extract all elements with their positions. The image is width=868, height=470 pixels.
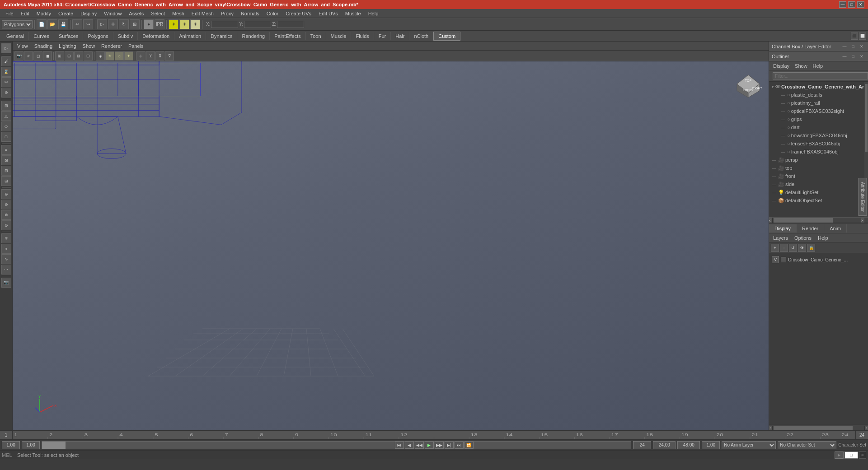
mel-close-btn[interactable]: ✕: [859, 451, 866, 459]
deform-tool-4[interactable]: ⊞: [1, 176, 11, 186]
cb-hscroll-thumb[interactable]: [774, 426, 853, 430]
goto-start-btn[interactable]: ⏮: [395, 442, 404, 449]
y-coord-input[interactable]: [244, 21, 271, 28]
vp-toggle3[interactable]: ⊠: [74, 51, 83, 60]
vp-menu-panels[interactable]: Panels: [126, 42, 146, 50]
outliner-menu-display[interactable]: Display: [771, 62, 792, 70]
scale-tool-button[interactable]: ⊞: [130, 19, 140, 29]
tab-curves[interactable]: Curves: [29, 32, 54, 40]
vp-extra-btn[interactable]: ⊽: [165, 51, 174, 60]
tab-rendering[interactable]: Rendering: [237, 32, 270, 40]
playback-out-frame[interactable]: [653, 441, 676, 449]
vp-gate-btn[interactable]: ⊼: [155, 51, 164, 60]
move-pivot-tool[interactable]: ⊞: [1, 101, 11, 111]
cb-close[interactable]: ✕: [858, 43, 865, 50]
tool-15[interactable]: ⋯: [1, 265, 11, 275]
menu-modify[interactable]: Modify: [33, 10, 55, 17]
ipr-render-button[interactable]: IPR: [155, 19, 164, 29]
light3-button[interactable]: ☀: [190, 19, 200, 29]
open-file-button[interactable]: 📂: [47, 19, 57, 29]
vp-shade-btn[interactable]: ◼: [43, 51, 52, 60]
tool-7[interactable]: □: [1, 132, 11, 142]
playback-anim-end[interactable]: [677, 441, 700, 449]
outliner-item-frame[interactable]: — ○ frameFBXASC046obj: [769, 148, 868, 156]
new-file-button[interactable]: 📄: [37, 19, 47, 29]
tool-8[interactable]: ⊕: [1, 189, 11, 199]
menu-proxy[interactable]: Proxy: [217, 10, 237, 17]
playback-end-display[interactable]: [633, 441, 651, 449]
rotate-tool-button[interactable]: ↻: [119, 19, 129, 29]
outliner-menu-show[interactable]: Show: [793, 62, 810, 70]
vp-menu-lighting[interactable]: Lighting: [56, 42, 79, 50]
tab-surfaces[interactable]: Surfaces: [54, 32, 83, 40]
outliner-menu-help[interactable]: Help: [811, 62, 826, 70]
tool-11[interactable]: ⊘: [1, 220, 11, 230]
tab-painteffects[interactable]: PaintEffects: [270, 32, 306, 40]
viewport-canvas[interactable]: FRONT RIGHT TOP X Y Z: [13, 61, 769, 430]
menu-mesh[interactable]: Mesh: [169, 10, 188, 17]
current-frame-input[interactable]: [22, 441, 40, 449]
tool-6[interactable]: ◇: [1, 121, 11, 131]
step-forward-btn[interactable]: ▶|: [445, 442, 454, 449]
char-set-select[interactable]: No Character Set: [778, 441, 836, 449]
menu-select[interactable]: Select: [147, 10, 169, 17]
save-file-button[interactable]: 💾: [58, 19, 68, 29]
outliner-hscrollbar[interactable]: › ‹: [769, 217, 868, 223]
outliner-item-persp[interactable]: — 🎥 persp: [769, 156, 868, 164]
outliner-item-front[interactable]: — 🎥 front: [769, 172, 868, 180]
outliner-hscroll-left-btn[interactable]: ‹: [769, 218, 773, 223]
sculpt-tool[interactable]: ⌛: [1, 67, 11, 77]
move-tool-button[interactable]: ✛: [108, 19, 118, 29]
menu-create-uvs[interactable]: Create UVs: [282, 10, 315, 17]
cb-subtab-options[interactable]: Options: [792, 234, 814, 242]
vp-menu-renderer[interactable]: Renderer: [99, 42, 125, 50]
layer-ref-btn[interactable]: ↺: [789, 244, 797, 252]
tab-deformation[interactable]: Deformation: [138, 32, 174, 40]
vp-hud-btn[interactable]: ⊹: [136, 51, 145, 60]
vp-menu-view[interactable]: View: [14, 42, 31, 50]
tool-12[interactable]: ≋: [1, 233, 11, 243]
layer-lock-btn[interactable]: 🔒: [807, 244, 815, 252]
outliner-item-picatinny[interactable]: — ○ picatinny_rail: [769, 99, 868, 107]
timeline-ruler[interactable]: 1 2 3 4 5 6 7 8 9 10 11 12 13 14 15 16 1…: [13, 431, 855, 439]
layer-new-btn[interactable]: +: [771, 244, 779, 252]
outliner-item-root[interactable]: ▼ 👁 Crossbow_Camo_Generic_with_Arrow_...: [769, 83, 868, 91]
timeline-start-input[interactable]: [0, 431, 13, 439]
cb-tab-render[interactable]: Render: [797, 224, 824, 233]
menu-edit-mesh[interactable]: Edit Mesh: [188, 10, 217, 17]
layer-del-btn[interactable]: −: [780, 244, 788, 252]
outliner-restore[interactable]: □: [849, 53, 857, 60]
vp-iso-btn[interactable]: ◈: [96, 51, 105, 60]
tab-fluids[interactable]: Fluids: [351, 32, 374, 40]
snap-tool[interactable]: ⊕: [1, 88, 11, 98]
outliner-hscroll-right-btn[interactable]: ›: [861, 218, 864, 223]
panel-layout-btn-2[interactable]: ⬜: [859, 33, 866, 40]
menu-create[interactable]: Create: [55, 10, 77, 17]
outliner-hscroll-thumb[interactable]: [774, 218, 833, 223]
vp-wire-btn[interactable]: ◻: [33, 51, 42, 60]
tab-custom[interactable]: Custom: [433, 32, 460, 41]
frame-rate-input[interactable]: [702, 441, 720, 449]
deform-tool-2[interactable]: ⊠: [1, 155, 11, 165]
deform-tool-3[interactable]: ⊟: [1, 166, 11, 176]
panel-layout-btn-1[interactable]: ⬛: [851, 33, 858, 40]
maximize-button[interactable]: □: [848, 1, 855, 8]
cb-tab-anim[interactable]: Anim: [824, 224, 847, 233]
menu-help[interactable]: Help: [365, 10, 382, 17]
outliner-item-top[interactable]: — 🎥 top: [769, 164, 868, 172]
light1-button[interactable]: ☀: [169, 19, 178, 29]
undo-button[interactable]: ↩: [72, 19, 82, 29]
cb-hscrollbar[interactable]: ‹ ›: [769, 425, 868, 430]
outliner-item-bowstring[interactable]: — ○ bowstringFBXASC046obj: [769, 131, 868, 140]
tool-camera[interactable]: 📷: [1, 278, 11, 288]
vp-toggle1[interactable]: ⊞: [55, 51, 64, 60]
outliner-vscroll-thumb[interactable]: [865, 84, 868, 152]
anim-layer-select[interactable]: No Anim Layer: [722, 441, 776, 449]
select-tool[interactable]: ▷: [1, 43, 11, 53]
menu-display[interactable]: Display: [77, 10, 100, 17]
tab-subdivs[interactable]: Subdiv: [113, 32, 138, 40]
layer-color-swatch[interactable]: [781, 257, 786, 262]
vp-toggle2[interactable]: ⊟: [65, 51, 74, 60]
outliner-item-default-object-set[interactable]: — 📦 defaultObjectSet: [769, 196, 868, 205]
vp-light2[interactable]: ☼: [115, 51, 124, 60]
